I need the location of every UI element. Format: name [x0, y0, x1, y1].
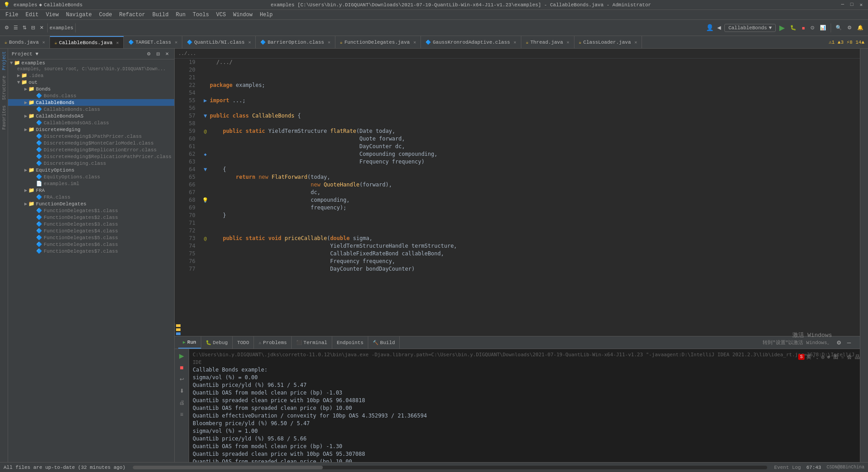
menu-tools[interactable]: Tools: [189, 11, 212, 19]
tree-item-callableoas-class[interactable]: 🔷 CallableBondsOAS.class: [8, 119, 174, 126]
tab-close-cl[interactable]: ✕: [634, 40, 637, 45]
tree-item-bonds-folder[interactable]: ▶ 📁 Bonds: [8, 86, 174, 92]
tab-gauss[interactable]: 🔷 GaussKronrodAdaptive.class ✕: [421, 36, 521, 48]
tab-function-delegates[interactable]: ☕ FunctionDelegates.java ✕: [335, 36, 421, 48]
menu-vcs[interactable]: VCS: [212, 11, 230, 19]
debug-btn[interactable]: 🐛: [788, 24, 798, 32]
tree-item-fd-folder[interactable]: ▶ 📁 FunctionDelegates: [8, 200, 174, 207]
menu-code[interactable]: Code: [95, 11, 116, 19]
run-tab-run[interactable]: ▶ Run: [178, 336, 201, 349]
tab-barrier-option[interactable]: 🔷 BarrierOption.class ✕: [256, 36, 335, 48]
tree-item-fd4[interactable]: 🔷 FunctionDelegates$4.class: [8, 227, 174, 234]
settings-gear-btn[interactable]: ⚙: [845, 24, 854, 32]
tree-item-discrete-reperror[interactable]: 🔷 DiscreteHedging$ReplicationError.class: [8, 146, 174, 153]
tab-close-fd[interactable]: ✕: [413, 40, 416, 45]
search-btn[interactable]: 🔍: [834, 24, 844, 32]
tree-item-discrete-monte[interactable]: 🔷 DiscreteHedging$MonteCarloModel.class: [8, 140, 174, 146]
tree-item-examples-iml[interactable]: 📄 examples.iml: [8, 180, 174, 187]
menu-refactor[interactable]: Refactor: [116, 11, 149, 19]
profile-btn[interactable]: 📊: [818, 24, 828, 32]
event-log-btn[interactable]: Event Log: [774, 465, 801, 470]
encoding-indicator[interactable]: CSDN@BBinChina: [827, 465, 864, 470]
tab-close-ni[interactable]: ✕: [248, 40, 251, 45]
tree-item-callable-class[interactable]: 🔷 CallableBonds.class: [8, 106, 174, 113]
tree-item-equity-folder[interactable]: ▶ 📁 EquityOptions: [8, 167, 174, 173]
menu-file[interactable]: File: [2, 11, 22, 19]
toolbar-list-btn[interactable]: ☰: [12, 24, 20, 32]
run-scroll-end-btn[interactable]: ⬇: [177, 386, 187, 396]
menu-navigate[interactable]: Navigate: [62, 11, 95, 19]
toolbar-close-btn[interactable]: ✕: [38, 24, 45, 32]
tab-callable-bonds-java[interactable]: ☕ CallableBonds.java ✕: [50, 36, 124, 48]
tree-item-bonds-class[interactable]: 🔷 Bonds.class: [8, 92, 174, 99]
menu-window[interactable]: Window: [230, 11, 256, 19]
tab-close-bonds[interactable]: ✕: [42, 40, 45, 45]
run-tab-debug[interactable]: 🐛 Debug: [201, 336, 233, 349]
project-panel-btn[interactable]: Project: [0, 49, 8, 73]
coverage-btn[interactable]: ⊙: [809, 24, 816, 32]
menu-edit[interactable]: Edit: [22, 11, 42, 19]
tab-thread[interactable]: ☕ Thread.java ✕: [521, 36, 574, 48]
editor-main[interactable]: 19 /.../ 20 21: [175, 59, 860, 323]
tree-item-fd7[interactable]: 🔷 FunctionDelegates$7.class: [8, 248, 174, 254]
tree-item-idea[interactable]: ▶ 📁 .idea: [8, 72, 174, 79]
tree-item-discrete-class[interactable]: 🔷 DiscreteHedging.class: [8, 160, 174, 167]
tree-item-fd5[interactable]: 🔷 FunctionDelegates$5.class: [8, 234, 174, 241]
tab-classloader[interactable]: ☕ ClassLoader.java ✕: [574, 36, 642, 48]
tab-quantlib-ni[interactable]: 🔷 QuantLib/NI.class ✕: [182, 36, 256, 48]
structure-panel-btn[interactable]: Structure: [0, 73, 8, 103]
line-col-indicator[interactable]: 67:43: [806, 465, 821, 470]
tree-item-fra-folder[interactable]: ▶ 📁 FRA: [8, 187, 174, 194]
toolbar-collapse-btn[interactable]: ⊟: [29, 24, 37, 32]
notification-btn[interactable]: 🔔: [855, 24, 865, 32]
project-settings-btn[interactable]: ⚙: [145, 50, 153, 57]
tab-close-barrier[interactable]: ✕: [328, 40, 330, 45]
tree-item-fra-class[interactable]: 🔷 FRA.class: [8, 194, 174, 200]
run-config-selector[interactable]: CallableBonds ▼: [724, 24, 776, 32]
status-scrollbar[interactable]: [133, 466, 767, 469]
run-tab-endpoints[interactable]: Endpoints: [332, 336, 368, 349]
tree-item-equity-class[interactable]: 🔷 EquityOptions.class: [8, 173, 174, 180]
menu-build[interactable]: Build: [149, 11, 172, 19]
project-close-btn[interactable]: ✕: [163, 50, 171, 57]
tree-item-callableoas-folder[interactable]: ▶ 📁 CallableBondsOAS: [8, 113, 174, 119]
run-settings-btn[interactable]: ⚙: [835, 339, 843, 347]
run-minimize-btn[interactable]: ─: [845, 339, 853, 347]
tab-bonds-java[interactable]: ☕ Bonds.java ✕: [0, 36, 50, 48]
tab-close-gauss[interactable]: ✕: [514, 40, 516, 45]
toolbar-settings-btn[interactable]: ⚙: [3, 24, 11, 32]
tab-close-target[interactable]: ✕: [175, 40, 177, 45]
tree-item-discrete-jpath[interactable]: 🔷 DiscreteHedging$JPathPricer.class: [8, 133, 174, 140]
tree-item-fd2[interactable]: 🔷 FunctionDelegates$2.class: [8, 214, 174, 221]
run-rerun-btn[interactable]: ↩: [177, 374, 187, 384]
tree-item-examples[interactable]: ▼ 📁 examples: [8, 59, 174, 66]
tree-item-fd1[interactable]: 🔷 FunctionDelegates$1.class: [8, 207, 174, 214]
maximize-button[interactable]: □: [849, 2, 855, 8]
run-tab-build[interactable]: 🔨 Build: [368, 336, 400, 349]
stop-btn[interactable]: ■: [800, 24, 807, 32]
run-output[interactable]: C:\Users\bin.y.DIGQUANT\.jdks\corretto-1…: [189, 349, 860, 462]
close-button[interactable]: ✕: [858, 2, 864, 8]
run-play-btn[interactable]: ▶: [177, 351, 187, 361]
tree-item-discrete-reppath[interactable]: 🔷 DiscreteHedging$ReplicationPathPricer.…: [8, 153, 174, 160]
tree-item-discrete-folder[interactable]: ▶ 📁 DiscreteHedging: [8, 126, 174, 133]
run-btn[interactable]: ▶: [778, 23, 787, 33]
tab-close-callable[interactable]: ✕: [116, 40, 119, 45]
run-tab-terminal[interactable]: ⬛ Terminal: [292, 336, 332, 349]
project-collapse-btn[interactable]: ⊟: [154, 50, 162, 57]
tab-target-class[interactable]: 🔷 TARGET.class ✕: [124, 36, 182, 48]
menu-view[interactable]: View: [42, 11, 63, 19]
run-filter-btn[interactable]: 🖨: [177, 398, 187, 408]
menu-help[interactable]: Help: [256, 11, 276, 19]
run-fold-btn[interactable]: ≡: [177, 409, 187, 419]
tree-item-out[interactable]: ▼ 📁 out: [8, 79, 174, 86]
favorites-panel-btn[interactable]: Favorites: [0, 103, 8, 132]
tree-item-callable-folder[interactable]: ▶ 📁 CallableBonds: [8, 99, 174, 106]
run-tab-todo[interactable]: TODO: [233, 336, 254, 349]
run-stop-btn[interactable]: ■: [177, 363, 187, 372]
tab-close-thread[interactable]: ✕: [567, 40, 570, 45]
back-btn[interactable]: ◀: [715, 24, 723, 32]
minimize-button[interactable]: ─: [839, 2, 846, 8]
run-tab-problems[interactable]: ⚠ Problems: [254, 336, 292, 349]
menu-run[interactable]: Run: [172, 11, 189, 19]
